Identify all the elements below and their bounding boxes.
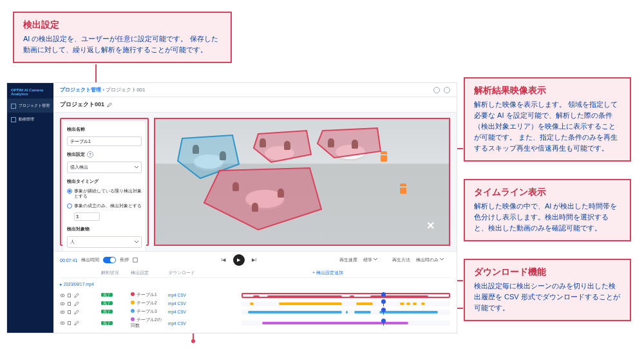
callout-title: 解析結果映像表示: [474, 85, 621, 97]
source-file[interactable]: 2023/08/17.mp4: [64, 282, 94, 286]
copy-icon[interactable]: [67, 310, 72, 315]
method-label: 再生方法: [392, 257, 410, 263]
svg-rect-13: [68, 310, 71, 313]
callout-detection-settings: 検出設定 AI の検出設定を、ユーザーが任意に設定可能です。 保存した動画に対し…: [13, 12, 232, 63]
edit-icon[interactable]: [74, 321, 79, 326]
edit-icon[interactable]: [107, 102, 112, 107]
source-row: ▸ 2023/08/17.mp4: [60, 281, 450, 288]
grid-icon: [11, 104, 16, 109]
timeline-lane[interactable]: [242, 301, 450, 306]
table-body: 完了 テーブル1 mp4 CSV 完了 テーブル2 mp4 CSV 完了 テーブ…: [60, 291, 450, 330]
help-icon[interactable]: [433, 87, 440, 93]
col-status[interactable]: 解析状況: [101, 270, 128, 276]
chevron-down-icon: [440, 257, 444, 261]
callout-body: 解析した映像を表示します。 領域を指定して必要な AI を設定可能で、解析した際…: [474, 99, 621, 154]
setting-name: テーブル2: [131, 301, 166, 306]
name-input[interactable]: [67, 136, 142, 146]
sidebar-item-label: プロジェクト管理: [19, 103, 50, 109]
skip-toggle[interactable]: [103, 257, 116, 263]
status-badge: 完了: [101, 310, 113, 313]
visibility-icon[interactable]: [60, 321, 65, 326]
next-button[interactable]: ▶I: [250, 256, 259, 265]
svg-rect-16: [68, 322, 71, 325]
setting-name: テーブル3: [131, 309, 166, 315]
download-links[interactable]: mp4 CSV: [168, 301, 203, 306]
svg-rect-4: [133, 258, 137, 262]
help-icon[interactable]: ?: [87, 151, 93, 158]
sidebar-item-project[interactable]: プロジェクト管理: [7, 99, 53, 113]
sidebar-item-video[interactable]: 動画管理: [7, 113, 53, 126]
status-badge: 完了: [101, 321, 113, 325]
main-area: プロジェクト管理 › プロジェクト001 プロジェクト001 検出名称 検出設定…: [53, 83, 457, 333]
app-window: OPTIM AI Camera Analytics プロジェクト管理 動画管理 …: [6, 82, 457, 333]
callout-download: ダウンロード機能 検出設定毎に検出シーンのみを切り出した検出履歴を CSV 形式…: [464, 259, 631, 321]
svg-marker-3: [204, 168, 321, 230]
radio-label: 事象の成立のみ、検出対象とする: [74, 203, 142, 209]
target-value: 人: [70, 239, 75, 245]
player-bar: 00:07:41 検出時間 長押 I◀ ▶ ▶I 再生速度 標準: [60, 254, 450, 266]
svg-point-6: [62, 295, 63, 296]
setting-name: テーブル2の回数: [131, 317, 166, 329]
callout-title: タイムライン表示: [474, 187, 621, 198]
table-row: 完了 テーブル2の回数 mp4 CSV: [60, 316, 450, 330]
col-setting[interactable]: 検出設定: [131, 270, 166, 276]
callout-title: 検出設定: [23, 19, 222, 31]
copy-icon[interactable]: [67, 321, 72, 326]
speed-value: 標準: [363, 257, 372, 262]
timeline-lane[interactable]: [242, 310, 450, 315]
user-icon[interactable]: [444, 87, 450, 93]
play-button[interactable]: ▶: [233, 254, 245, 266]
table-row: 完了 テーブル2 mp4 CSV: [60, 299, 450, 308]
mid-row: 検出名称 検出設定 ? 侵入検出 検出タイミング 事象が継続している限り検出対象…: [53, 113, 457, 251]
setting-select[interactable]: 侵入検出: [67, 162, 142, 173]
callout-body: AI の検出設定を、ユーザーが任意に設定可能です。 保存した動画に対して、繰り返…: [23, 33, 222, 55]
add-detection-button[interactable]: + 検出設定追加: [205, 270, 450, 276]
edit-icon[interactable]: [74, 301, 79, 306]
prev-button[interactable]: I◀: [219, 256, 228, 265]
fullscreen-icon[interactable]: [133, 257, 138, 263]
copy-icon[interactable]: [67, 301, 72, 306]
close-overlay-icon[interactable]: ✕: [426, 219, 435, 232]
edit-icon[interactable]: [74, 310, 79, 315]
speed-select[interactable]: 標準: [361, 256, 388, 264]
col-download[interactable]: ダウンロード: [168, 270, 203, 276]
leader-line: [193, 333, 194, 341]
status-badge: 完了: [101, 301, 113, 305]
breadcrumb: プロジェクト管理 › プロジェクト001: [53, 83, 457, 97]
visibility-icon[interactable]: [60, 293, 65, 298]
radio-icon: [67, 189, 72, 194]
logo: OPTIM AI Camera Analytics: [7, 86, 53, 99]
callout-body: 解析した映像の中で、AI が検出した時間帯を色分けし表示します。検出時間を選択す…: [474, 201, 621, 234]
download-links[interactable]: mp4 CSV: [168, 310, 203, 314]
svg-marker-1: [254, 131, 311, 162]
download-links[interactable]: mp4 CSV: [168, 293, 203, 297]
radio-label: 事象が継続している限り検出対象とする: [74, 189, 142, 200]
edit-icon[interactable]: [74, 293, 79, 298]
breadcrumb-root[interactable]: プロジェクト管理: [60, 87, 101, 93]
chevron-down-icon: [135, 240, 138, 244]
chevron-down-icon: [135, 165, 138, 169]
copy-icon[interactable]: [67, 293, 72, 298]
status-badge: 完了: [101, 293, 113, 297]
project-title: プロジェクト001: [60, 100, 104, 109]
count-input[interactable]: [74, 212, 100, 221]
table-header: 解析状況 検出設定 ダウンロード + 検出設定追加: [60, 268, 450, 278]
video-preview[interactable]: ✕: [154, 118, 450, 246]
leader-line: [457, 148, 463, 149]
timeline-lane[interactable]: [242, 321, 450, 326]
timing-option-2[interactable]: 事象の成立のみ、検出対象とする: [67, 203, 142, 209]
method-select[interactable]: 検出時のみ: [414, 256, 450, 264]
table-row: 完了 テーブル3 mp4 CSV: [60, 308, 450, 316]
bottom-panel: 00:07:41 検出時間 長押 I◀ ▶ ▶I 再生速度 標準: [53, 251, 457, 333]
timeline-lane[interactable]: [242, 293, 450, 298]
svg-rect-7: [68, 293, 71, 297]
visibility-icon[interactable]: [60, 310, 65, 315]
visibility-icon[interactable]: [60, 301, 65, 306]
target-select[interactable]: 人: [67, 236, 142, 248]
sidebar-item-label: 動画管理: [19, 116, 34, 122]
timing-option-1[interactable]: 事象が継続している限り検出対象とする: [67, 189, 142, 200]
sidebar: OPTIM AI Camera Analytics プロジェクト管理 動画管理: [7, 83, 53, 333]
target-label: 検出対象物: [67, 226, 142, 232]
download-links[interactable]: mp4 CSV: [168, 321, 203, 326]
skip-label: 検出時間: [81, 257, 99, 263]
